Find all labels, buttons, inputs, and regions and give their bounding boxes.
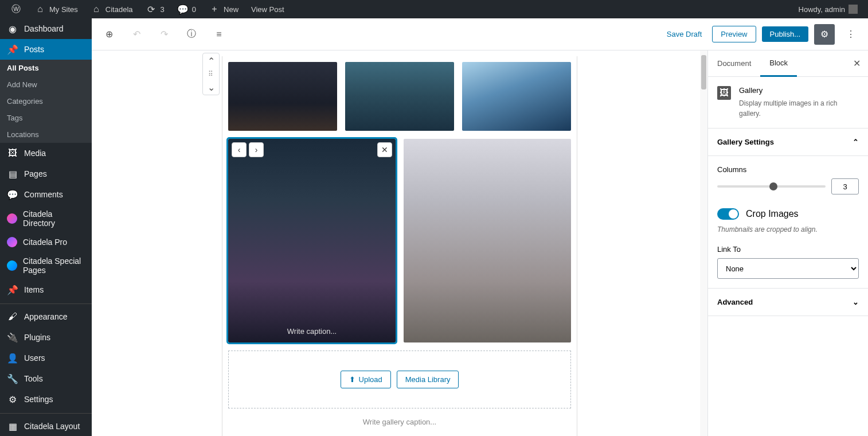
admin-bar: ⓦ ⌂My Sites ⌂Citadela ⟳3 💬0 +New View Po… [0, 0, 868, 18]
site-name[interactable]: ⌂Citadela [86, 0, 138, 18]
wp-logo[interactable]: ⓦ [6, 0, 26, 18]
comments-count[interactable]: 💬0 [173, 0, 201, 18]
new-content[interactable]: +New [204, 0, 243, 18]
avatar [849, 5, 858, 14]
updates[interactable]: ⟳3 [141, 0, 169, 18]
view-post[interactable]: View Post [247, 0, 289, 18]
howdy-user[interactable]: Howdy, admin [794, 0, 862, 18]
my-sites[interactable]: ⌂My Sites [30, 0, 83, 18]
